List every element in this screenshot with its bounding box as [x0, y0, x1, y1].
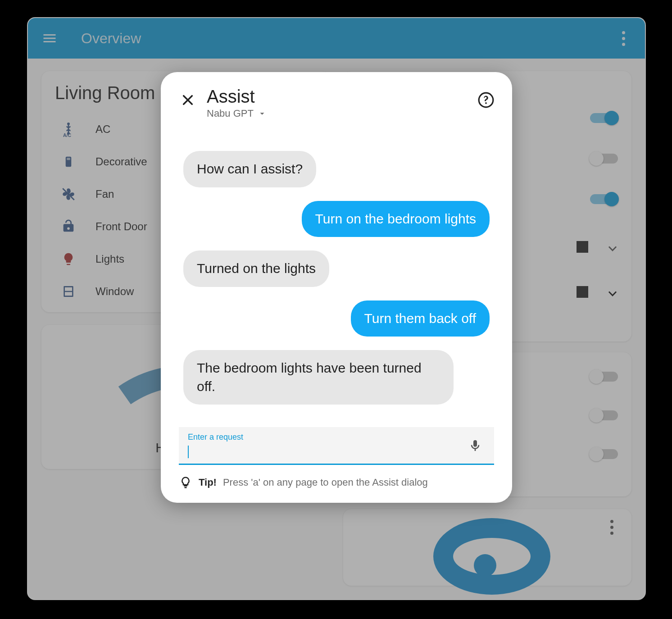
assistant-message: Turned on the lights	[183, 250, 329, 287]
tip-bar: Tip! Press 'a' on any page to open the A…	[161, 465, 512, 503]
text-caret	[188, 446, 189, 458]
dialog-header: Assist Nabu GPT	[161, 72, 512, 124]
chevron-down-icon	[257, 109, 267, 118]
user-message: Turn on the bedroom lights	[302, 201, 490, 237]
request-input[interactable]	[188, 444, 485, 456]
user-message: Turn them back off	[351, 300, 490, 337]
input-label: Enter a request	[188, 432, 485, 442]
assistant-message: How can I assist?	[183, 151, 316, 187]
dialog-title: Assist	[207, 86, 476, 107]
voice-input-button[interactable]	[466, 437, 484, 455]
app-window: Overview Living Room A/C AC Decorative	[28, 18, 645, 599]
chat-log: How can I assist? Turn on the bedroom li…	[161, 124, 512, 414]
lightbulb-tip-icon	[179, 476, 192, 489]
tip-text: Press 'a' on any page to open the Assist…	[223, 477, 428, 488]
pipeline-name: Nabu GPT	[207, 108, 254, 119]
tip-label: Tip!	[199, 477, 217, 488]
assist-dialog: Assist Nabu GPT How can I assist? Turn o…	[161, 72, 512, 503]
help-circle-icon	[477, 91, 495, 109]
assistant-message: The bedroom lights have been turned off.	[183, 350, 454, 405]
help-button[interactable]	[476, 90, 496, 110]
close-button[interactable]	[177, 89, 199, 111]
close-icon	[181, 93, 195, 107]
request-input-container: Enter a request	[179, 427, 494, 465]
pipeline-selector[interactable]: Nabu GPT	[207, 108, 476, 119]
microphone-icon	[468, 438, 482, 453]
